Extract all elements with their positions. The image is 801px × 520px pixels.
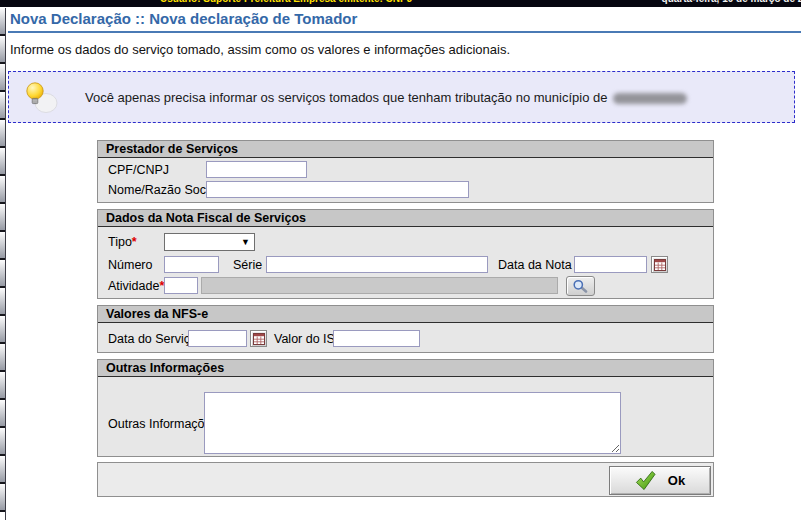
section-valores-title: Valores da NFS-e — [98, 306, 713, 323]
section-nota: Dados da Nota Fiscal de Serviços Tipo* ▼… — [97, 209, 714, 299]
page: Usuário: Suporte Prefeitura Empresa emit… — [0, 0, 801, 520]
section-outras-title: Outras Informações — [98, 360, 713, 377]
page-subtitle: Informe os dados do serviço tomado, assi… — [10, 42, 510, 57]
title-divider — [8, 31, 801, 33]
section-nota-title: Dados da Nota Fiscal de Serviços — [98, 210, 713, 227]
lightbulb-icon — [23, 80, 59, 114]
data-nota-label: Data da Nota — [498, 258, 572, 272]
numero-input[interactable] — [164, 256, 219, 273]
outras-informacoes-label: Outras Informações — [108, 417, 218, 431]
data-servico-input[interactable] — [188, 330, 247, 347]
cpf-cnpj-label: CPF/CNPJ — [108, 163, 169, 177]
check-icon — [635, 470, 656, 491]
data-servico-label: Data do Serviço — [108, 332, 197, 346]
atividade-code-input[interactable] — [164, 277, 198, 294]
redacted-municipality — [613, 93, 687, 104]
info-notice: Você apenas precisa informar os serviços… — [8, 71, 795, 123]
chevron-down-icon: ▼ — [241, 237, 250, 247]
calendar-icon — [654, 259, 666, 271]
tipo-required-marker: * — [132, 235, 137, 249]
outras-informacoes-textarea[interactable] — [204, 392, 621, 454]
calendar-icon — [253, 333, 265, 345]
serie-label: Série — [233, 258, 262, 272]
atividade-description-field — [201, 277, 558, 294]
section-prestador: Prestador de Serviços CPF/CNPJ Nome/Razã… — [97, 140, 714, 203]
ok-button-label: Ok — [668, 473, 685, 488]
tipo-select[interactable]: ▼ — [164, 233, 255, 251]
numero-label: Número — [108, 258, 152, 272]
section-valores: Valores da NFS-e Data do Serviço Valor d… — [97, 305, 714, 353]
app-topbar: Usuário: Suporte Prefeitura Empresa emit… — [0, 0, 801, 7]
section-prestador-title: Prestador de Serviços — [98, 141, 713, 158]
tipo-label: Tipo* — [108, 235, 137, 249]
page-title: Nova Declaração :: Nova declaração de To… — [10, 10, 357, 27]
cpf-cnpj-input[interactable] — [206, 161, 307, 178]
topbar-date-text: quarta-feira, 10 de março de 2010 — [662, 0, 801, 4]
action-bar: Ok — [97, 462, 714, 497]
atividade-search-button[interactable] — [566, 276, 595, 296]
notice-text: Você apenas precisa informar os serviços… — [85, 90, 687, 105]
cropped-menu-strip — [0, 8, 6, 520]
valor-iss-input[interactable] — [333, 330, 420, 347]
atividade-label: Atividade* — [108, 279, 164, 293]
ok-button[interactable]: Ok — [609, 466, 711, 495]
section-outras: Outras Informações Outras Informações — [97, 359, 714, 457]
serie-input[interactable] — [266, 256, 488, 273]
topbar-user-text: Usuário: Suporte Prefeitura Empresa emit… — [160, 0, 412, 4]
data-nota-input[interactable] — [574, 256, 647, 273]
data-nota-calendar-button[interactable] — [651, 256, 668, 273]
nome-razao-label: Nome/Razão Social — [108, 183, 218, 197]
data-servico-calendar-button[interactable] — [250, 330, 267, 347]
search-icon — [572, 279, 589, 293]
nome-razao-input[interactable] — [206, 181, 469, 198]
